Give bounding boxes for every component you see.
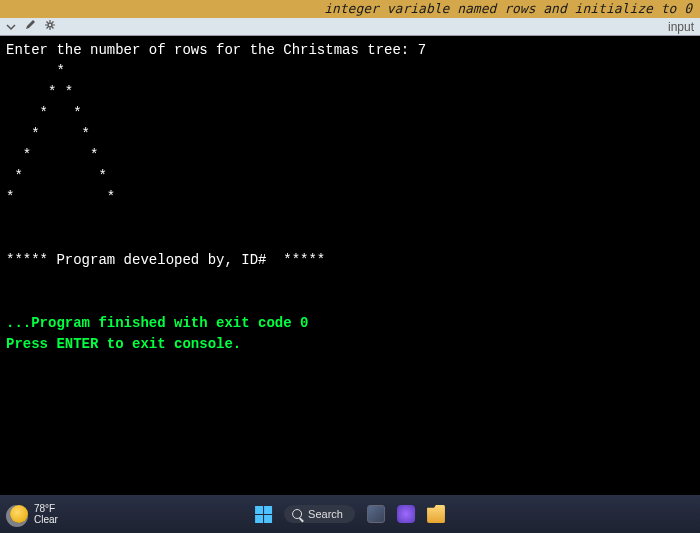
banner-text: integer variable named rows and initiali… [324,1,692,16]
chat-icon[interactable] [397,505,415,523]
console-output[interactable]: Enter the number of rows for the Christm… [0,36,700,496]
weather-condition: Clear [34,514,58,525]
tree-row: * * [6,168,107,184]
tree-row: * * [6,189,115,205]
tree-row: * * [6,126,90,142]
developed-by-line: ***** Program developed by, ID# ***** [6,252,325,268]
tree-row: * * [6,147,98,163]
search-icon [292,509,302,519]
edit-icon[interactable] [24,19,36,34]
weather-icon [10,505,28,523]
settings-icon[interactable] [44,19,56,34]
toolbar-left [6,19,56,34]
task-view-icon[interactable] [367,505,385,523]
file-explorer-icon[interactable] [427,505,445,523]
start-icon[interactable] [255,506,272,523]
press-enter-line: Press ENTER to exit console. [6,336,241,352]
tree-row: * * [6,84,73,100]
search-label: Search [308,508,343,520]
windows-taskbar: 78°F Clear Search [0,495,700,533]
tree-row: * * [6,105,82,121]
weather-temp: 78°F [34,503,58,514]
search-button[interactable]: Search [284,505,355,523]
taskbar-weather[interactable]: 78°F Clear [10,503,58,525]
taskbar-center: Search [255,505,445,523]
toolbar-right-label: input [668,20,694,34]
tree-row: * [6,63,65,79]
chevron-down-icon[interactable] [6,22,16,32]
editor-top-banner: integer variable named rows and initiali… [0,0,700,18]
prompt-line: Enter the number of rows for the Christm… [6,42,426,58]
weather-text: 78°F Clear [34,503,58,525]
exit-code-line: ...Program finished with exit code 0 [6,315,308,331]
console-toolbar: input [0,18,700,36]
svg-point-0 [48,23,52,27]
